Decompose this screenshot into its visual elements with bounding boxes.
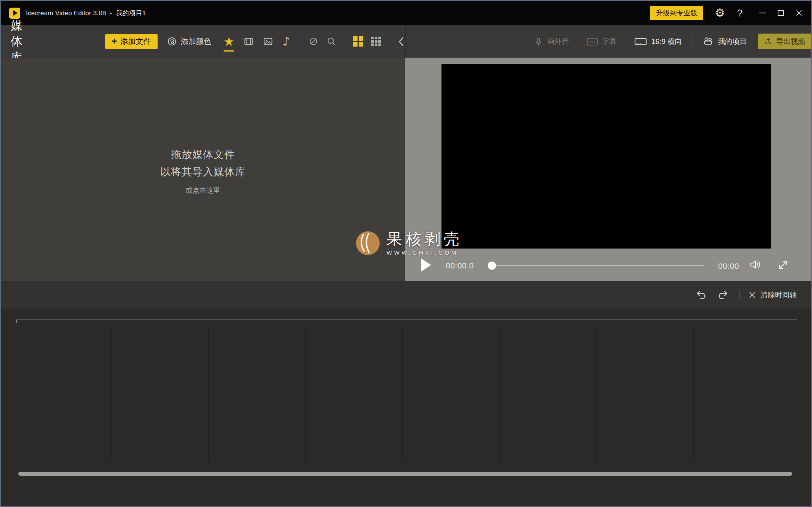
toolbar: 媒体库 + 添加文件 添加颜色 ★ <box>1 25 811 58</box>
view-toggle-group <box>353 36 381 47</box>
app-window: Icecream Video Editor 3.08-我的项目1 升级到专业版 … <box>0 0 812 507</box>
preview-toolbar-divider <box>693 36 693 47</box>
my-projects-button[interactable]: 我的项目 <box>703 37 747 47</box>
small-grid-view-button[interactable] <box>371 37 381 46</box>
volume-icon <box>749 259 762 270</box>
grid-cell <box>371 37 374 39</box>
export-video-label: 导出视频 <box>776 37 805 47</box>
fullscreen-button[interactable] <box>777 259 789 271</box>
export-video-button[interactable]: 导出视频 <box>758 34 811 49</box>
large-grid-view-button[interactable] <box>353 36 363 47</box>
upgrade-pro-button[interactable]: 升级到专业版 <box>650 6 703 20</box>
video-preview <box>441 64 771 249</box>
media-filter-group: ★ ♪ <box>224 34 290 49</box>
undo-button[interactable] <box>696 289 707 301</box>
maximize-button[interactable] <box>772 1 790 25</box>
preview-toolbar: 画外音 CC 字幕 16:9 横向 <box>405 25 812 58</box>
project-name: 我的项目1 <box>116 10 146 17</box>
grid-cell <box>359 36 363 41</box>
plus-icon: + <box>112 37 117 46</box>
timeline-panel[interactable] <box>1 308 811 506</box>
main-content: 拖放媒体文件 以将其导入媒体库 或点击这里 00:00.0 00:00 <box>1 58 811 281</box>
export-icon <box>764 37 772 45</box>
add-color-button[interactable]: 添加颜色 <box>167 36 211 47</box>
seek-slider[interactable] <box>492 262 704 270</box>
timeline-header-divider <box>739 290 740 300</box>
timeline-header: 清除时间轴 <box>1 281 811 308</box>
search-button[interactable] <box>327 37 336 46</box>
star-icon: ★ <box>224 36 235 48</box>
grid-cell <box>353 36 358 41</box>
voiceover-button[interactable]: 画外音 <box>534 37 569 47</box>
minimize-icon <box>759 13 766 13</box>
drop-hint-line1: 拖放媒体文件 <box>1 146 405 163</box>
filter-videos[interactable] <box>243 34 254 49</box>
search-icon <box>327 37 336 46</box>
clear-timeline-label: 清除时间轴 <box>760 290 797 300</box>
collapse-panel-button[interactable] <box>398 37 405 47</box>
redo-button[interactable] <box>717 289 728 301</box>
timeline-scrollbar[interactable] <box>18 472 792 476</box>
filter-audio[interactable]: ♪ <box>282 34 290 49</box>
drop-hint-click-here[interactable]: 或点击这里 <box>1 186 405 195</box>
redo-icon <box>717 289 728 301</box>
preview-panel: 00:00.0 00:00 <box>405 58 811 281</box>
add-file-button[interactable]: + 添加文件 <box>105 34 158 49</box>
drop-hint-line2: 以将其导入媒体库 <box>1 163 405 181</box>
undo-icon <box>696 289 707 301</box>
seek-handle[interactable] <box>488 262 496 270</box>
media-library-dropzone[interactable]: 拖放媒体文件 以将其导入媒体库 或点击这里 <box>1 58 405 281</box>
titlebar-controls: 升级到专业版 ⚙ ? <box>650 1 811 25</box>
clear-timeline-button[interactable]: 清除时间轴 <box>749 290 797 300</box>
hide-used-toggle[interactable] <box>309 37 318 46</box>
clear-x-icon <box>749 291 756 299</box>
grid-cell <box>375 40 377 43</box>
palette-icon <box>167 36 177 47</box>
filter-images[interactable] <box>263 34 273 49</box>
add-color-label: 添加颜色 <box>181 36 211 47</box>
aspect-ratio-icon <box>634 37 647 47</box>
grid-cell <box>371 44 374 46</box>
drop-hint: 拖放媒体文件 以将其导入媒体库 或点击这里 <box>1 58 405 195</box>
app-logo-icon <box>9 8 20 19</box>
titlebar: Icecream Video Editor 3.08-我的项目1 升级到专业版 … <box>1 1 811 25</box>
add-file-label: 添加文件 <box>121 36 151 47</box>
grid-cell <box>375 37 377 39</box>
close-button[interactable] <box>790 1 808 25</box>
total-time: 00:00 <box>718 262 739 271</box>
grid-cell <box>378 40 381 43</box>
grid-cell <box>353 42 358 47</box>
app-name: Icecream Video Editor 3.08 <box>26 10 106 17</box>
grid-cell <box>378 44 381 46</box>
projector-icon <box>703 37 714 47</box>
aspect-ratio-button[interactable]: 16:9 横向 <box>634 37 682 47</box>
help-button[interactable]: ? <box>737 8 743 19</box>
my-projects-label: 我的项目 <box>718 37 747 47</box>
play-button[interactable] <box>420 258 432 272</box>
chevron-left-icon <box>398 37 405 47</box>
seek-track[interactable] <box>492 265 704 266</box>
cc-icon: CC <box>586 37 598 47</box>
maximize-icon <box>778 10 784 16</box>
aspect-ratio-label: 16:9 横向 <box>651 37 682 47</box>
cc-glyph: CC <box>590 40 595 44</box>
grid-cell <box>359 42 363 47</box>
voiceover-label: 画外音 <box>547 37 569 47</box>
slash-circle-icon <box>309 37 318 46</box>
subtitles-button[interactable]: CC 字幕 <box>586 37 617 47</box>
close-icon <box>796 10 802 16</box>
subtitles-label: 字幕 <box>602 37 617 47</box>
settings-gear-icon[interactable]: ⚙ <box>715 7 725 19</box>
microphone-icon <box>534 37 543 47</box>
timeline-ruler <box>16 320 797 323</box>
current-time: 00:00.0 <box>446 261 474 270</box>
grid-cell <box>378 37 381 39</box>
title-separator: - <box>110 10 112 17</box>
filter-favorites-star[interactable]: ★ <box>224 34 235 49</box>
timeline-tracks[interactable] <box>15 327 790 462</box>
grid-cell <box>371 40 374 43</box>
toolbar-divider <box>300 36 300 48</box>
music-note-icon: ♪ <box>282 36 290 47</box>
volume-button[interactable] <box>749 259 762 270</box>
minimize-button[interactable] <box>753 1 772 25</box>
